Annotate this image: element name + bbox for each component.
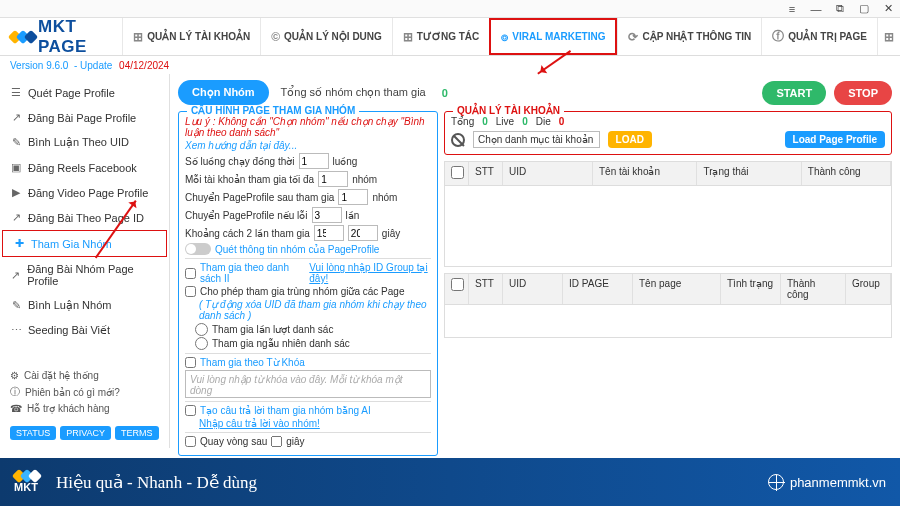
loop-value-input[interactable] [271,436,282,447]
guide-link[interactable]: Xem hướng dẫn tại đây... [185,140,431,151]
th-uid: UID [503,162,593,185]
nav-accounts[interactable]: ⊞QUẢN LÝ TÀI KHOẢN [122,18,260,55]
nav-content[interactable]: ©QUẢN LÝ NỘI DUNG [260,18,392,55]
keyword-textarea[interactable]: Vui lòng nhập từ khóa vào đây. Mỗi từ kh… [185,370,431,398]
delay-min-input[interactable] [314,225,344,241]
content-toolbar: Chọn Nhóm Tổng số nhóm chọn tham gia 0 S… [178,80,892,105]
footer-logo: MKT [14,471,38,493]
retry-input[interactable] [312,207,342,223]
support-link[interactable]: ☎Hỗ trợ khách hàng [10,401,159,416]
sidebar-dang-bai-pageid[interactable]: ↗Đăng Bài Theo Page ID [0,205,169,230]
ai-answer-checkbox[interactable] [185,405,196,416]
main-area: ☰Quét Page Profile ↗Đăng Bài Page Profil… [0,74,900,448]
gear-icon: ⚙ [10,370,19,381]
load-page-profile-button[interactable]: Load Page Profile [785,131,885,148]
select-all-pages-checkbox[interactable] [451,278,464,291]
sidebar-seeding[interactable]: ⋯Seeding Bài Viết [0,318,169,343]
minimize-icon[interactable]: — [810,3,822,15]
sidebar-binh-luan-nhom[interactable]: ✎Bình Luận Nhóm [0,293,169,318]
close-icon[interactable]: ✕ [882,2,894,15]
terms-badge[interactable]: TERMS [115,426,159,440]
th2-state: Tình trạng [721,274,781,304]
nav-interact[interactable]: ⊞TƯƠNG TÁC [392,18,489,55]
join-by-keyword-checkbox[interactable] [185,357,196,368]
th2-group: Group [846,274,891,304]
app-header: MKT PAGE ⊞QUẢN LÝ TÀI KHOẢN ©QUẢN LÝ NỘI… [0,18,900,56]
accounts-table-body [445,186,891,266]
window-titlebar: ≡ — ⧉ ▢ ✕ [0,0,900,18]
settings-link[interactable]: ⚙Cài đặt hệ thống [10,368,159,383]
content-area: Chọn Nhóm Tổng số nhóm chọn tham gia 0 S… [170,74,900,448]
config-title: CẤU HÌNH PAGE THAM GIA NHÓM [187,105,359,116]
load-button[interactable]: LOAD [608,131,652,148]
sidebar-dang-bai-nhom[interactable]: ↗Đăng Bài Nhóm Page Profile [0,257,169,293]
select-all-accounts-checkbox[interactable] [451,166,464,179]
target-icon: ⌾ [501,30,508,44]
privacy-badge[interactable]: PRIVACY [60,426,111,440]
restore-icon[interactable]: ⧉ [834,2,846,15]
update-date: 04/12/2024 [119,60,169,71]
start-button[interactable]: START [762,81,826,105]
grid-icon: ⊞ [403,30,413,44]
choose-group-button[interactable]: Chọn Nhóm [178,80,269,105]
logo-text: MKT PAGE [38,17,122,57]
reels-icon: ▣ [10,161,22,174]
switch-after-input[interactable] [338,189,368,205]
whatsnew-link[interactable]: ⓘPhiên bản có gì mới? [10,383,159,401]
th2-success: Thành công [781,274,846,304]
join-random-radio[interactable] [195,337,208,350]
version-number: 9.6.0 [46,60,68,71]
accounts-panel: QUẢN LÝ TÀI KHOẢN Tổng0 Live0 Die0 Chọn … [444,111,892,155]
footer-site[interactable]: phanmemmkt.vn [768,474,886,490]
config-panel: CẤU HÌNH PAGE THAM GIA NHÓM Lưu ý : Khôn… [178,111,438,456]
input-group-ids-link[interactable]: Vui lòng nhập ID Group tại đây! [309,262,431,284]
threads-input[interactable] [299,153,329,169]
nav-update-info[interactable]: ⟳CẬP NHẬT THÔNG TIN [617,18,761,55]
prohibited-icon [451,133,465,147]
refresh-icon: ⟳ [628,30,638,44]
sidebar: ☰Quét Page Profile ↗Đăng Bài Page Profil… [0,74,170,448]
th2-idpage: ID PAGE [563,274,633,304]
accounts-table: STT UID Tên tài khoản Trạng thái Thành c… [444,161,892,267]
join-list2-checkbox[interactable] [185,268,196,279]
sidebar-dang-video[interactable]: ▶Đăng Video Page Profile [0,180,169,205]
ai-answer-link[interactable]: Nhập câu trả lời vào nhóm! [199,418,431,429]
globe-icon [768,474,784,490]
nav-viral-marketing[interactable]: ⌾VIRAL MARKETING [489,18,617,55]
dup-note: ( Tự động xóa UID đã tham gia nhóm khi c… [199,299,431,321]
top-nav: ⊞QUẢN LÝ TÀI KHOẢN ©QUẢN LÝ NỘI DUNG ⊞TƯ… [122,18,900,55]
th2-pagename: Tên page [633,274,721,304]
delay-max-input[interactable] [348,225,378,241]
scan-toggle[interactable] [185,243,211,255]
sidebar-quet-page[interactable]: ☰Quét Page Profile [0,80,169,105]
menu-icon[interactable]: ≡ [786,3,798,15]
comment-icon: ✎ [10,299,22,312]
sidebar-dang-bai-page[interactable]: ↗Đăng Bài Page Profile [0,105,169,130]
th-success: Thành công [802,162,891,185]
post-icon: ↗ [10,211,22,224]
th-stt: STT [469,162,503,185]
pages-table-body [445,305,891,337]
each-account-input[interactable] [318,171,348,187]
sidebar-binh-luan-uid[interactable]: ✎Bình Luận Theo UID [0,130,169,155]
allow-duplicate-checkbox[interactable] [185,286,196,297]
account-category-select[interactable]: Chọn danh mục tài khoản [473,131,600,148]
join-sequential-radio[interactable] [195,323,208,336]
loop-checkbox[interactable] [185,436,196,447]
scan-label: Quét thông tin nhóm của PageProfile [215,244,379,255]
info-icon: ⓘ [10,385,20,399]
th-status: Trạng thái [697,162,801,185]
sidebar-dang-reels[interactable]: ▣Đăng Reels Facebook [0,155,169,180]
version-bar: Version 9.6.0 - Update 04/12/2024 [0,56,900,74]
stop-button[interactable]: STOP [834,81,892,105]
logo-icon [10,32,34,42]
maximize-icon[interactable]: ▢ [858,2,870,15]
nav-more[interactable]: ⊞ [877,18,900,55]
status-badge[interactable]: STATUS [10,426,56,440]
grid-icon: ⊞ [884,30,894,44]
th-name: Tên tài khoản [593,162,697,185]
total-groups-value: 0 [442,87,448,99]
nav-page-admin[interactable]: ⓕQUẢN TRỊ PAGE [761,18,877,55]
sidebar-tham-gia-nhom[interactable]: ✚Tham Gia Nhóm [2,230,167,257]
total-groups-label: Tổng số nhóm chọn tham gia [281,86,426,99]
